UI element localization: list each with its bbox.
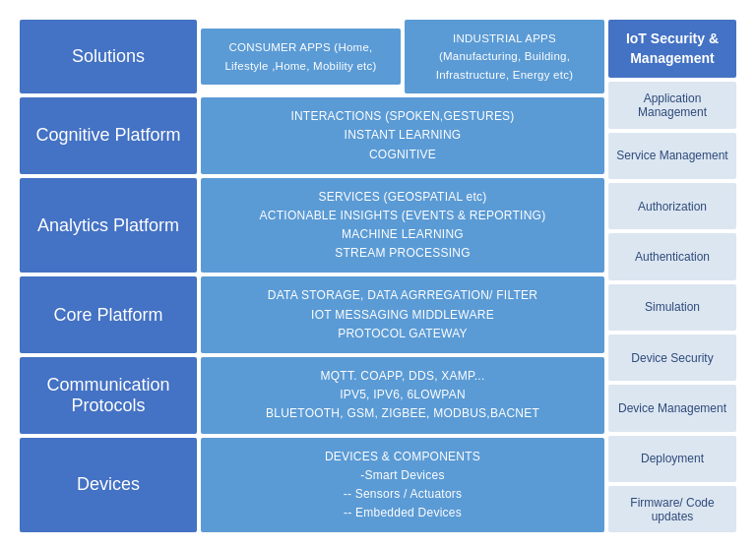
left-solutions: Solutions [20,20,197,93]
right-item-device-security: Device Security [608,335,736,381]
mid-analytics: SERVICES (GEOSPATIAL etc) ACTIONABLE INS… [201,178,604,274]
left-core: Core Platform [20,276,197,353]
mid-solutions: CONSUMER APPS (Home, Lifestyle ,Home, Mo… [201,20,604,93]
right-item-device-mgmt: Device Management [608,385,736,431]
right-item-deployment: Deployment [608,436,736,482]
left-analytics: Analytics Platform [20,178,197,274]
right-item-firmware: Firmware/ Code updates [608,486,736,532]
left-devices: Devices [20,438,197,533]
right-column: IoT Security & Management Application Ma… [608,20,736,532]
left-comms: Communication Protocols [20,357,197,434]
mid-solutions-industrial: INDUSTRIAL APPS (Manufacturing, Building… [405,20,604,93]
mid-comms: MQTT. COAPP, DDS, XAMP... IPV5, IPV6, 6L… [201,357,604,434]
right-item-simulation: Simulation [608,284,736,331]
right-item-svc-mgmt: Service Management [608,133,736,179]
mid-core: DATA STORAGE, DATA AGRREGATION/ FILTER I… [201,276,604,353]
mid-devices: DEVICES & COMPONENTS -Smart Devices -- S… [201,438,604,533]
mid-cognitive: INTERACTIONS (SPOKEN,GESTURES) INSTANT L… [201,97,604,174]
diagram-wrapper: Solutions CONSUMER APPS (Home, Lifestyle… [10,10,746,542]
right-item-authorization: Authorization [608,183,736,229]
right-item-app-mgmt: Application Management [608,82,736,128]
main-grid: Solutions CONSUMER APPS (Home, Lifestyle… [20,20,736,532]
mid-solutions-consumer: CONSUMER APPS (Home, Lifestyle ,Home, Mo… [201,29,401,85]
right-item-authentication: Authentication [608,233,736,279]
left-cognitive: Cognitive Platform [20,97,197,174]
right-header: IoT Security & Management [608,20,736,78]
